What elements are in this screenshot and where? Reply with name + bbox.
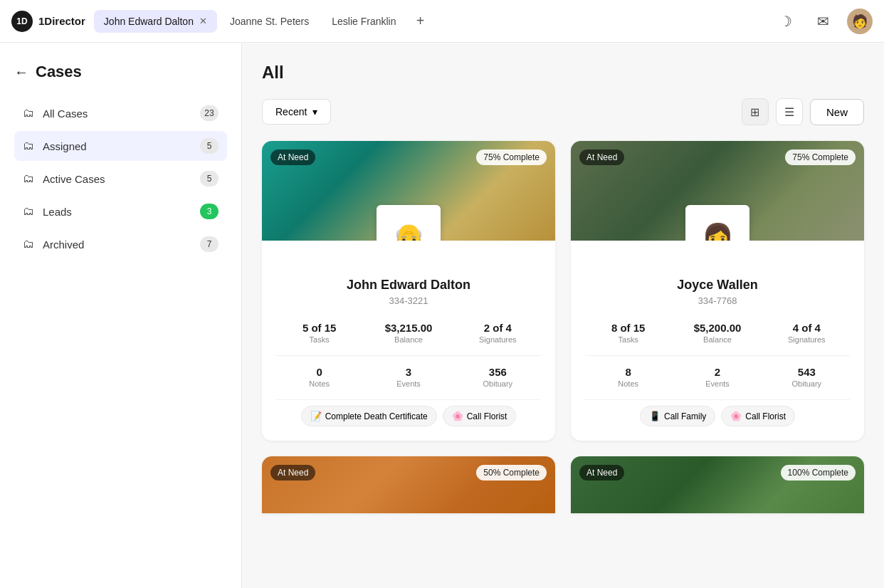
photo-1: 👴 xyxy=(379,207,438,241)
case-card-john-edward-dalton[interactable]: At Need 75% Complete 👴 John Edward Dalto… xyxy=(262,141,555,441)
app-layout: ← Cases 🗂 All Cases 23 🗂 Assigned 5 🗂 Ac… xyxy=(0,43,884,588)
stat-obituary-2: 543 Obituary xyxy=(764,362,850,392)
photo-2: 👩 xyxy=(688,207,747,241)
stat-signatures-2: 4 of 4 Signatures xyxy=(764,317,850,348)
sidebar-item-assigned[interactable]: 🗂 Assigned 5 xyxy=(14,131,227,161)
mail-icon[interactable]: ✉ xyxy=(810,9,836,34)
action-call-florist-2[interactable]: 🌸 Call Florist xyxy=(721,406,795,426)
new-case-button[interactable]: New xyxy=(810,99,864,125)
stat-obituary-label-2: Obituary xyxy=(764,379,850,388)
card-body-1: John Edward Dalton 334-3221 5 of 15 Task… xyxy=(262,241,555,441)
stat-signatures-label-1: Signatures xyxy=(455,335,541,344)
card-stats-row1-2: 8 of 15 Tasks $5,200.00 Balance 4 of 4 S… xyxy=(585,317,850,348)
stat-notes-label-1: Notes xyxy=(276,379,362,388)
action-call-florist-1[interactable]: 🌸 Call Florist xyxy=(443,406,517,426)
list-view-button[interactable]: ☰ xyxy=(776,98,803,125)
stat-events-label-1: Events xyxy=(365,379,451,388)
badge-complete-4: 100% Complete xyxy=(781,465,856,481)
stat-events-value-2: 2 xyxy=(674,366,760,378)
stat-obituary-value-2: 543 xyxy=(764,366,850,378)
page-title: All xyxy=(262,63,864,83)
stat-tasks-label-1: Tasks xyxy=(276,335,362,344)
folder-icon-archived: 🗂 xyxy=(23,238,34,251)
stat-events-2: 2 Events xyxy=(674,362,760,392)
brand-logo[interactable]: 1D 1Director xyxy=(11,11,85,32)
card-actions-1: 📝 Complete Death Certificate 🌸 Call Flor… xyxy=(276,399,541,426)
badge-complete-2: 75% Complete xyxy=(785,149,856,165)
sidebar-label-archived: Archived xyxy=(43,238,191,251)
action-call-family-2[interactable]: 📱 Call Family xyxy=(640,406,715,426)
stat-signatures-value-1: 2 of 4 xyxy=(455,322,541,334)
card-hero-3: At Need 50% Complete xyxy=(262,456,555,513)
add-tab-button[interactable]: + xyxy=(409,10,432,33)
folder-icon-leads: 🗂 xyxy=(23,205,34,218)
pencil-icon: 📝 xyxy=(310,411,322,421)
badge-active-cases: 5 xyxy=(200,171,219,187)
back-button[interactable]: ← xyxy=(14,64,28,80)
nav-icons: ☽ ✉ 🧑 xyxy=(773,9,873,34)
stat-events-1: 3 Events xyxy=(365,362,451,392)
badge-complete-1: 75% Complete xyxy=(476,149,547,165)
dark-mode-icon[interactable]: ☽ xyxy=(773,9,799,34)
card-hero-2: At Need 75% Complete 👩 xyxy=(571,141,864,241)
stat-balance-label-1: Balance xyxy=(365,335,451,344)
photo-frame-2: 👩 xyxy=(685,205,749,241)
grid-view-button[interactable]: ⊞ xyxy=(742,98,769,125)
stat-tasks-1: 5 of 15 Tasks xyxy=(276,317,362,348)
top-navigation: 1D 1Director John Edward Dalton ✕ Joanne… xyxy=(0,0,884,43)
case-card-joyce-wallen[interactable]: At Need 75% Complete 👩 Joyce Wallen 334-… xyxy=(571,141,864,441)
card-stats-row2-1: 0 Notes 3 Events 356 Obituary xyxy=(276,362,541,392)
case-name-1: John Edward Dalton xyxy=(276,278,541,293)
partial-card-3[interactable]: At Need 50% Complete xyxy=(262,456,555,513)
grid-icon: ⊞ xyxy=(750,105,759,119)
sidebar-item-archived[interactable]: 🗂 Archived 7 xyxy=(14,229,227,259)
tab-john-edward-dalton[interactable]: John Edward Dalton ✕ xyxy=(94,10,217,33)
partial-card-4[interactable]: At Need 100% Complete xyxy=(571,456,864,513)
cards-grid: At Need 75% Complete 👴 John Edward Dalto… xyxy=(262,141,864,441)
tab-close-icon[interactable]: ✕ xyxy=(199,16,207,26)
badge-all-cases: 23 xyxy=(200,105,219,121)
brand-icon: 1D xyxy=(11,11,33,32)
stat-obituary-value-1: 356 xyxy=(455,366,541,378)
badge-at-need-1: At Need xyxy=(270,149,315,165)
stat-signatures-label-2: Signatures xyxy=(764,335,850,344)
badge-leads: 3 xyxy=(200,204,219,219)
action-death-certificate-1[interactable]: 📝 Complete Death Certificate xyxy=(301,406,437,426)
folder-icon: 🗂 xyxy=(23,107,34,120)
filter-label: Recent xyxy=(275,106,307,117)
sidebar-item-leads[interactable]: 🗂 Leads 3 xyxy=(14,196,227,226)
stat-events-label-2: Events xyxy=(674,379,760,388)
stat-tasks-value-2: 8 of 15 xyxy=(585,322,671,334)
badge-at-need-3: At Need xyxy=(270,465,315,481)
stat-signatures-1: 2 of 4 Signatures xyxy=(455,317,541,348)
tab-leslie-franklin[interactable]: Leslie Franklin xyxy=(322,10,406,33)
photo-frame-1: 👴 xyxy=(377,205,441,241)
stat-balance-value-2: $5,200.00 xyxy=(674,322,760,334)
tab-joanne-st-peters[interactable]: Joanne St. Peters xyxy=(220,10,319,33)
flower-icon: 🌸 xyxy=(452,411,463,421)
filter-recent-button[interactable]: Recent ▾ xyxy=(262,99,331,125)
phone-icon: 📱 xyxy=(649,411,661,421)
main-content: All Recent ▾ ⊞ ☰ New At Need 75 xyxy=(242,43,884,588)
stat-balance-label-2: Balance xyxy=(674,335,760,344)
badge-complete-3: 50% Complete xyxy=(476,465,547,481)
user-avatar[interactable]: 🧑 xyxy=(847,9,873,34)
sidebar-item-all-cases[interactable]: 🗂 All Cases 23 xyxy=(14,98,227,128)
case-id-1: 334-3221 xyxy=(276,295,541,306)
sidebar-item-active-cases[interactable]: 🗂 Active Cases 5 xyxy=(14,164,227,194)
toolbar-right: ⊞ ☰ New xyxy=(742,98,864,125)
cards-bottom-row: At Need 50% Complete At Need 100% Comple… xyxy=(262,456,864,513)
sidebar-label-assigned: Assigned xyxy=(43,140,191,152)
card-actions-2: 📱 Call Family 🌸 Call Florist xyxy=(585,399,850,426)
stat-balance-1: $3,215.00 Balance xyxy=(365,317,451,348)
stat-obituary-label-1: Obituary xyxy=(455,379,541,388)
case-name-2: Joyce Wallen xyxy=(585,278,850,293)
folder-icon-assigned: 🗂 xyxy=(23,140,34,152)
card-hero-1: At Need 75% Complete 👴 xyxy=(262,141,555,241)
list-icon: ☰ xyxy=(784,105,794,119)
sidebar: ← Cases 🗂 All Cases 23 🗂 Assigned 5 🗂 Ac… xyxy=(0,43,242,588)
folder-icon-active: 🗂 xyxy=(23,172,34,185)
stat-events-value-1: 3 xyxy=(365,366,451,378)
tab-label: John Edward Dalton xyxy=(104,16,194,27)
stat-notes-value-1: 0 xyxy=(276,366,362,378)
